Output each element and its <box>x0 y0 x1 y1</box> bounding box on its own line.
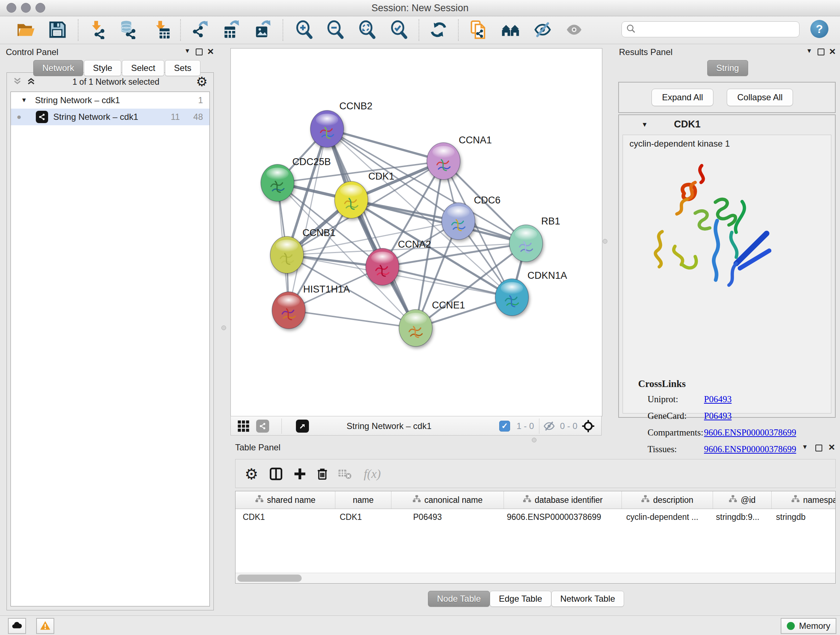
column-header[interactable]: canonical name <box>392 491 504 509</box>
split-columns-icon[interactable] <box>267 464 286 483</box>
panel-float-icon[interactable] <box>194 46 204 57</box>
network-view-type-icon[interactable] <box>256 419 269 433</box>
results-panel-title: Results Panel <box>619 47 673 57</box>
scrollbar-thumb[interactable] <box>237 575 302 582</box>
network-collection-row[interactable]: ▼ String Network – cdk1 1 <box>11 92 210 109</box>
export-image-button[interactable] <box>252 21 273 40</box>
export-table-button[interactable] <box>220 21 241 40</box>
expand-all-icon[interactable] <box>27 76 36 87</box>
memory-button[interactable]: Memory <box>781 618 836 634</box>
tab-node-table[interactable]: Node Table <box>428 591 490 607</box>
network-view-title: String Network – cdk1 <box>347 419 431 433</box>
panel-close-icon[interactable]: × <box>826 442 837 453</box>
section-collapse-icon[interactable]: ▼ <box>641 121 648 128</box>
panel-close-icon[interactable]: × <box>827 46 838 57</box>
network-node[interactable]: CCNA1 <box>427 135 492 180</box>
zoom-in-button[interactable] <box>294 21 315 40</box>
panel-float-icon[interactable] <box>815 46 826 57</box>
crosslink-link[interactable]: P06493 <box>704 394 731 404</box>
tab-style[interactable]: Style <box>84 60 121 76</box>
network-node[interactable]: CCNB2 <box>310 101 373 147</box>
birdseye-view-icon[interactable] <box>296 419 309 433</box>
panel-float-icon[interactable] <box>813 442 824 453</box>
crosshair-icon[interactable] <box>581 419 595 433</box>
toolbar-separator <box>539 418 539 434</box>
network-row[interactable]: ● String Network – cdk1 11 48 <box>11 109 210 125</box>
zoom-out-button[interactable] <box>325 21 346 40</box>
tab-edge-table[interactable]: Edge Table <box>490 591 551 607</box>
gear-icon[interactable]: ⚙ <box>196 75 208 88</box>
import-network-button[interactable] <box>88 21 109 40</box>
open-session-button[interactable] <box>15 21 36 40</box>
refresh-view-button[interactable] <box>428 21 449 40</box>
crosslink-link[interactable]: 9606.ENSP00000378699 <box>704 428 796 437</box>
network-node[interactable]: RB1 <box>509 216 561 262</box>
save-session-button[interactable] <box>47 21 68 40</box>
delete-table-icon[interactable] <box>335 464 354 483</box>
column-header[interactable]: database identifier <box>504 491 622 509</box>
zoom-selected-button[interactable] <box>388 21 409 40</box>
import-table-button[interactable] <box>152 21 172 40</box>
left-splitter-handle[interactable] <box>221 325 226 330</box>
delete-column-icon[interactable] <box>313 464 332 483</box>
window-zoom-button[interactable] <box>35 3 45 13</box>
table-horizontal-scrollbar <box>235 573 835 583</box>
tab-select[interactable]: Select <box>122 60 164 76</box>
table-gear-icon[interactable]: ⚙ <box>242 464 261 483</box>
results-panel: Results Panel ▼ × String Expand All Coll… <box>616 47 838 420</box>
network-edge[interactable] <box>382 267 512 297</box>
network-canvas[interactable]: CCNB2CCNA1CDC25BCDK1CDC6RB1CCNB1CCNA2CDK… <box>231 48 602 416</box>
network-node[interactable]: CCNE1 <box>399 300 465 347</box>
zoom-selected-icon <box>390 20 408 41</box>
export-network-button[interactable] <box>188 21 210 40</box>
expand-all-button[interactable]: Expand All <box>652 89 714 106</box>
column-header[interactable]: shared name <box>235 491 335 509</box>
column-header[interactable]: description <box>622 491 713 509</box>
window-minimize-button[interactable] <box>21 3 31 13</box>
network-node[interactable]: HIST1H1A <box>272 284 350 329</box>
panel-menu-icon[interactable]: ▼ <box>182 46 193 57</box>
panel-menu-icon[interactable]: ▼ <box>799 442 810 453</box>
warnings-button[interactable] <box>36 618 54 634</box>
tab-sets[interactable]: Sets <box>165 60 201 76</box>
network-node[interactable]: CDC25B <box>261 157 331 201</box>
grid-view-icon[interactable] <box>237 419 249 433</box>
function-builder-icon[interactable]: f(x) <box>358 464 387 483</box>
tab-string[interactable]: String <box>707 60 748 76</box>
network-edge[interactable] <box>289 310 416 328</box>
crosslink-link[interactable]: P06493 <box>704 411 731 421</box>
column-header[interactable]: @id <box>713 491 772 509</box>
hidden-eye-icon[interactable] <box>543 419 555 433</box>
network-node[interactable]: CCNB1 <box>270 227 336 273</box>
cloud-status-button[interactable] <box>8 618 26 634</box>
network-node[interactable]: CDKN1A <box>495 270 567 316</box>
collapse-all-icon[interactable] <box>13 76 22 87</box>
import-network-from-database-button[interactable] <box>118 21 139 40</box>
help-button[interactable]: ? <box>810 20 829 38</box>
selected-checkbox[interactable]: ✓ <box>499 419 510 433</box>
zoom-fit-button[interactable] <box>357 21 378 40</box>
node-label: RB1 <box>541 216 561 226</box>
column-type-icon <box>523 494 531 505</box>
horizontal-splitter-handle[interactable] <box>532 438 537 442</box>
add-column-icon[interactable] <box>291 464 309 483</box>
column-header[interactable]: name <box>335 491 392 509</box>
new-network-from-selection-button[interactable] <box>468 21 489 40</box>
tree-expand-icon[interactable]: ▼ <box>21 97 27 104</box>
current-network-dot-icon: ● <box>17 112 21 122</box>
show-all-button[interactable] <box>564 21 584 40</box>
table-row[interactable]: CDK1 CDK1 P06493 9606.ENSP00000378699 cy… <box>235 509 835 525</box>
right-splitter-handle[interactable] <box>603 239 607 244</box>
tab-network[interactable]: Network <box>33 60 83 76</box>
network-edge[interactable] <box>327 129 416 328</box>
search-input[interactable] <box>639 24 799 35</box>
hide-selection-button[interactable] <box>532 21 553 40</box>
first-neighbors-button[interactable] <box>500 21 521 40</box>
column-header[interactable]: namespace <box>772 491 836 509</box>
collapse-all-button[interactable]: Collapse All <box>727 89 793 106</box>
crosslink-link[interactable]: 9606.ENSP00000378699 <box>704 444 796 454</box>
tab-network-table[interactable]: Network Table <box>551 591 624 607</box>
panel-close-icon[interactable]: × <box>205 46 216 57</box>
panel-menu-icon[interactable]: ▼ <box>804 46 815 57</box>
window-close-button[interactable] <box>6 3 16 13</box>
